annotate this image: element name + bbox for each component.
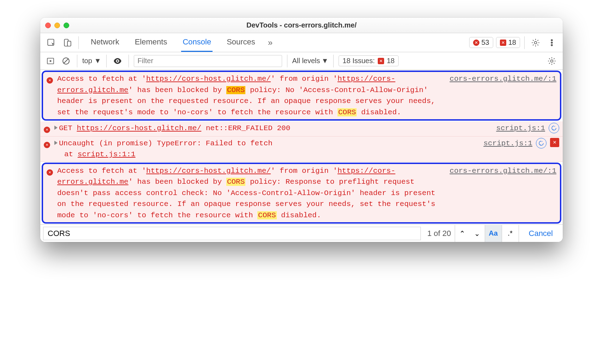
console-toolbar: top ▼ All levels ▼ 18 Issues: 18 — [40, 52, 563, 70]
message-source-link[interactable]: cors-errors.glitch.me/:1 — [450, 73, 556, 85]
svg-point-4 — [551, 40, 553, 41]
traffic-lights — [45, 23, 69, 28]
chevron-down-icon: ▼ — [94, 57, 101, 65]
panel-tabs: Network Elements Console Sources — [89, 33, 257, 52]
search-match: CORS — [226, 178, 245, 186]
levels-label: All levels — [292, 57, 320, 65]
expand-icon[interactable] — [54, 126, 58, 130]
search-match: CORS — [226, 86, 245, 94]
issues-button[interactable]: 18 Issues: 18 — [339, 55, 398, 66]
error-icon — [47, 77, 53, 84]
error-icon — [47, 169, 53, 176]
separator — [333, 55, 334, 67]
log-levels-selector[interactable]: All levels ▼ — [292, 57, 329, 65]
context-selector[interactable]: top ▼ — [82, 57, 101, 65]
settings-icon[interactable] — [529, 36, 542, 49]
error-icon — [44, 127, 50, 133]
error-icon — [473, 40, 479, 46]
url-link[interactable]: https://cors-host.glitch.me/ — [146, 75, 271, 83]
separator — [524, 36, 525, 49]
find-cancel-button[interactable]: Cancel — [519, 229, 563, 238]
message-body: Uncaught (in promise) TypeError: Failed … — [54, 138, 483, 160]
separator — [77, 55, 77, 67]
find-prev-button[interactable]: ⌃ — [455, 225, 470, 242]
zoom-window-button[interactable] — [64, 23, 69, 28]
console-message: Uncaught (in promise) TypeError: Failed … — [40, 136, 563, 162]
message-body: Access to fetch at 'https://cors-host.gl… — [57, 165, 450, 221]
console-messages: Access to fetch at 'https://cors-host.gl… — [40, 71, 563, 224]
find-nav: ⌃ ⌄ — [455, 225, 485, 242]
message-body: GET https://cors-host.glitch.me/ net::ER… — [54, 123, 496, 134]
svg-point-11 — [117, 60, 118, 62]
find-input[interactable] — [43, 227, 421, 240]
replay-xhr-icon[interactable] — [536, 138, 547, 148]
svg-point-5 — [551, 42, 553, 43]
search-match: CORS — [338, 108, 357, 116]
issue-icon — [500, 40, 506, 46]
message-source-link[interactable]: cors-errors.glitch.me/:1 — [450, 165, 556, 177]
clear-console-icon[interactable] — [60, 55, 72, 67]
message-source-link[interactable]: script.js:1 — [496, 123, 545, 134]
chevron-down-icon: ▼ — [322, 57, 329, 65]
toggle-sidebar-icon[interactable] — [44, 55, 56, 67]
match-case-button[interactable]: Aa — [485, 225, 502, 242]
live-expression-icon[interactable] — [112, 55, 124, 67]
replay-xhr-icon[interactable] — [549, 123, 559, 133]
issue-icon — [378, 58, 384, 64]
devtools-window: DevTools - cors-errors.glitch.me/ Networ… — [40, 18, 563, 242]
context-label: top — [82, 57, 92, 65]
open-issue-icon[interactable]: ✕ — [550, 138, 559, 147]
titlebar: DevTools - cors-errors.glitch.me/ — [40, 18, 563, 33]
svg-point-3 — [535, 41, 537, 44]
svg-marker-8 — [50, 60, 52, 62]
error-counter[interactable]: 53 — [469, 37, 493, 48]
issues-count: 18 — [508, 38, 516, 47]
separator — [129, 55, 129, 67]
tab-console[interactable]: Console — [181, 33, 213, 52]
kebab-menu-icon[interactable] — [545, 36, 559, 49]
url-link[interactable]: https://cors-host.glitch.me/ — [77, 124, 201, 132]
search-match: CORS — [257, 211, 276, 219]
console-message: Access to fetch at 'https://cors-host.gl… — [42, 163, 561, 224]
tab-network[interactable]: Network — [89, 33, 121, 52]
close-window-button[interactable] — [45, 23, 51, 28]
filter-input[interactable] — [134, 55, 282, 67]
svg-point-12 — [551, 60, 553, 62]
separator — [106, 55, 107, 67]
svg-point-6 — [551, 44, 553, 46]
issues-label: 18 Issues: — [342, 57, 375, 65]
url-link[interactable]: https://cors-host.glitch.me/ — [146, 167, 271, 175]
separator — [287, 55, 287, 67]
separator — [78, 36, 79, 49]
console-message: Access to fetch at 'https://cors-host.gl… — [42, 71, 561, 121]
find-next-button[interactable]: ⌄ — [470, 225, 485, 242]
issues-counter[interactable]: 18 — [496, 37, 520, 48]
more-tabs-icon[interactable]: » — [268, 38, 273, 48]
error-icon — [44, 142, 50, 148]
find-bar: 1 of 20 ⌃ ⌄ Aa .* Cancel — [40, 224, 563, 242]
issues-count: 18 — [387, 57, 395, 65]
tabs-bar: Network Elements Console Sources » 53 18 — [40, 33, 563, 52]
minimize-window-button[interactable] — [54, 23, 60, 28]
inspect-element-icon[interactable] — [44, 36, 58, 49]
svg-line-10 — [64, 59, 68, 63]
regex-button[interactable]: .* — [502, 225, 519, 242]
find-count: 1 of 20 — [424, 229, 454, 238]
svg-rect-2 — [67, 41, 71, 46]
tab-sources[interactable]: Sources — [225, 33, 257, 52]
error-count: 53 — [482, 38, 489, 47]
tab-elements[interactable]: Elements — [133, 33, 169, 52]
console-settings-icon[interactable] — [545, 54, 559, 68]
console-message: GET https://cors-host.glitch.me/ net::ER… — [40, 121, 563, 136]
stack-frame-link[interactable]: script.js:1:1 — [78, 150, 136, 158]
expand-icon[interactable] — [54, 141, 58, 145]
message-source-link[interactable]: script.js:1 — [483, 138, 532, 149]
window-title: DevTools - cors-errors.glitch.me/ — [40, 21, 563, 29]
device-toolbar-icon[interactable] — [61, 36, 74, 49]
find-mode: Aa .* — [485, 225, 519, 242]
message-body: Access to fetch at 'https://cors-host.gl… — [57, 73, 450, 118]
